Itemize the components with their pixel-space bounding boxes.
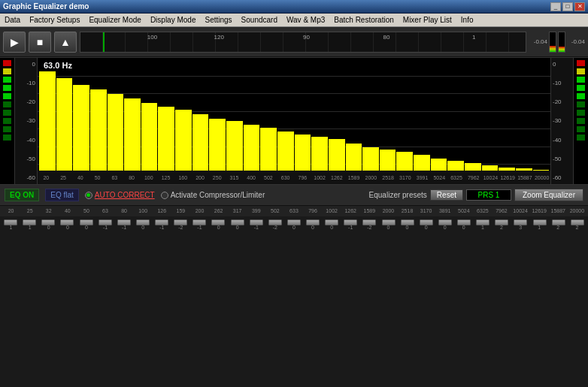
timeline[interactable]: 100 120 90 80 1 (80, 32, 526, 53)
vu-sr-yellow (577, 68, 585, 74)
fader-channel-15 (285, 216, 303, 222)
fader-handle-19[interactable] (362, 219, 376, 225)
play-button[interactable]: ▶ (3, 32, 26, 53)
minimize-button[interactable]: _ (550, 2, 561, 11)
menu-item-6[interactable]: Wav & Mp3 (285, 16, 326, 24)
fader-freq-20: 2000 (379, 206, 398, 216)
fader-freq-4: 50 (77, 206, 95, 216)
eq-on-button[interactable]: EQ ON (5, 189, 39, 201)
freq-label-12: 400 (243, 175, 260, 180)
zoom-button[interactable]: Zoom Equalizer (514, 189, 583, 201)
fader-handle-6[interactable] (117, 219, 131, 225)
fader-handle-20[interactable] (382, 219, 396, 225)
fader-handle-1[interactable] (23, 219, 36, 225)
fader-handle-10[interactable] (192, 219, 206, 225)
faders-container (0, 216, 588, 222)
vu-sr-dark4 (577, 126, 585, 132)
eq-bar-8 (175, 110, 192, 171)
fader-freq-2: 32 (39, 206, 58, 216)
fader-freq-30: 20000 (568, 206, 586, 216)
close-button[interactable]: ✕ (574, 2, 585, 11)
fader-handle-27[interactable] (514, 219, 527, 225)
fader-handle-25[interactable] (476, 219, 489, 225)
fader-freq-22: 3170 (417, 206, 435, 216)
eq-bar-18 (346, 144, 362, 171)
fader-handle-3[interactable] (60, 219, 74, 225)
menu-item-4[interactable]: Settings (203, 16, 233, 24)
eq-rlabel-n20: -20 (553, 98, 571, 105)
menu-bar: DataFactory SetupsEqualizer ModeDisplay … (0, 14, 588, 27)
presets-area: Equalizer presets Reset PRS 1 Zoom Equal… (369, 189, 583, 201)
menu-item-1[interactable]: Factory Setups (28, 16, 81, 24)
fader-handle-18[interactable] (344, 219, 357, 225)
fader-handle-11[interactable] (211, 219, 225, 225)
vu-sl-dark2 (3, 110, 11, 116)
fader-handle-30[interactable] (571, 219, 584, 225)
eject-button[interactable]: ▲ (54, 32, 77, 53)
fader-handle-7[interactable] (136, 219, 150, 225)
eq-bar-15 (295, 135, 311, 171)
marker-80: 80 (383, 34, 390, 41)
menu-item-0[interactable]: Data (3, 16, 22, 24)
eq-bar-1 (56, 78, 73, 171)
reset-button[interactable]: Reset (430, 189, 463, 201)
fader-handle-0[interactable] (4, 219, 17, 225)
freq-label-13: 502 (260, 175, 277, 180)
fader-handle-15[interactable] (287, 219, 301, 225)
fader-channel-19 (360, 216, 378, 222)
fader-handle-29[interactable] (552, 219, 565, 225)
vu-side-left (0, 58, 15, 184)
fader-freq-24: 5024 (454, 206, 473, 216)
menu-item-3[interactable]: Display Mode (149, 16, 198, 24)
eq-label-n10: -10 (17, 80, 35, 86)
freq-label-16: 1002 (311, 175, 329, 180)
fader-handle-22[interactable] (420, 219, 433, 225)
menu-item-2[interactable]: Equalizer Mode (87, 16, 142, 24)
fader-channel-8 (153, 216, 171, 222)
fader-handle-8[interactable] (155, 219, 168, 225)
vu-side-left-bars (0, 58, 14, 171)
eq-label-n40: -40 (17, 137, 35, 144)
fader-handle-24[interactable] (457, 219, 471, 225)
fader-handle-9[interactable] (174, 219, 187, 225)
controls-row: EQ ON EQ flat AUTO CORRECT Activate Comp… (0, 185, 588, 206)
auto-correct-button[interactable]: AUTO CORRECT (95, 191, 155, 199)
fader-handle-13[interactable] (250, 219, 263, 225)
freq-label-28: 15887 (517, 175, 534, 180)
maximize-button[interactable]: □ (562, 2, 573, 11)
fader-handle-12[interactable] (231, 219, 244, 225)
freq-label-23: 5024 (431, 175, 448, 180)
auto-correct-radio[interactable] (85, 192, 92, 199)
fader-channel-0 (2, 216, 20, 222)
fader-handle-4[interactable] (80, 219, 93, 225)
menu-item-8[interactable]: Mixer Play List (402, 16, 453, 24)
vu-sl-labels (0, 171, 14, 184)
compressor-radio[interactable] (161, 192, 168, 199)
fader-handle-2[interactable] (41, 219, 55, 225)
fader-handle-21[interactable] (401, 219, 414, 225)
fader-handle-16[interactable] (306, 219, 320, 225)
fader-freq-21: 2518 (398, 206, 417, 216)
eq-flat-button[interactable]: EQ flat (45, 189, 79, 201)
eq-bar-3 (90, 89, 107, 171)
fader-handle-17[interactable] (325, 219, 338, 225)
fader-freq-3: 40 (58, 206, 77, 216)
fader-channel-16 (304, 216, 322, 222)
fader-handle-14[interactable] (268, 219, 282, 225)
fader-handle-5[interactable] (99, 219, 112, 225)
menu-item-5[interactable]: Soundcard (240, 16, 279, 24)
presets-label: Equalizer presets (369, 191, 427, 199)
fader-channel-20 (380, 216, 398, 222)
vu-sr-green3 (577, 93, 585, 99)
menu-item-9[interactable]: Info (459, 16, 475, 24)
freq-label-9: 200 (192, 175, 209, 180)
fader-handle-23[interactable] (438, 219, 452, 225)
eq-bar-10 (209, 119, 226, 171)
fader-handle-26[interactable] (495, 219, 508, 225)
eq-frequency-label: 63.0 Hz (44, 61, 72, 70)
eq-bar-12 (244, 125, 260, 171)
stop-button[interactable]: ■ (29, 32, 51, 53)
fader-channel-4 (77, 216, 95, 222)
menu-item-7[interactable]: Batch Restoration (332, 16, 396, 24)
fader-handle-28[interactable] (533, 219, 547, 225)
